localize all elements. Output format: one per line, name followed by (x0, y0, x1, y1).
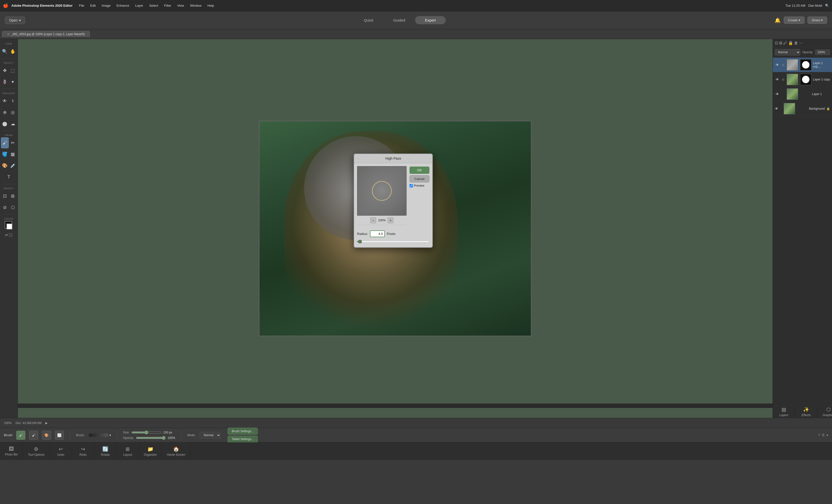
menu-filter[interactable]: Filter (162, 3, 174, 8)
sponge-tool[interactable]: ⬤ (1, 118, 9, 129)
gradient-tool[interactable]: ▦ (9, 149, 17, 160)
canvas-area[interactable]: High Pass − 100% + (18, 39, 773, 418)
menu-edit[interactable]: Edit (88, 3, 98, 8)
menu-image[interactable]: Image (99, 3, 113, 8)
brush-normal-mode[interactable]: 🖌 (16, 431, 25, 440)
tab-quick[interactable]: Quick (354, 16, 383, 24)
tab-expert[interactable]: Expert (415, 16, 445, 24)
default-colors-icon[interactable]: ⬛ (8, 233, 12, 237)
panel-icon-5[interactable]: 🗑 (794, 41, 798, 45)
panel-icon-6[interactable]: ⋯ (799, 41, 803, 45)
menu-layer[interactable]: Layer (133, 3, 146, 8)
tab-layout[interactable]: ⊞ Layout (116, 442, 139, 460)
brush-erase-mode[interactable]: ⬜ (55, 431, 64, 440)
zoom-out-button[interactable]: − (370, 217, 376, 223)
swap-colors-icon[interactable]: ⇄ (5, 233, 8, 237)
bell-icon[interactable]: 🔔 (775, 17, 781, 23)
mode-select-tool[interactable]: Normal (200, 432, 220, 439)
menu-window[interactable]: Window (187, 3, 204, 8)
visibility-icon-2[interactable]: 👁 (775, 92, 780, 96)
tab-organizer[interactable]: 📁 Organizer (139, 442, 162, 460)
tab-effects[interactable]: ✨ Effects (795, 405, 817, 418)
paint-bucket-tool[interactable]: 🪣 (1, 149, 9, 160)
healing-tool[interactable]: ⚕ (9, 96, 17, 106)
brush-dropdown-icon[interactable]: ▾ (109, 433, 111, 437)
blur-tool[interactable]: ◎ (9, 107, 17, 118)
opacity-input[interactable] (815, 50, 830, 55)
size-slider[interactable] (131, 430, 161, 434)
smudge-tool[interactable]: ☁ (9, 118, 17, 129)
radius-slider[interactable] (357, 240, 430, 244)
lasso-tool[interactable]: 🪢 (1, 77, 9, 87)
zoom-in-button[interactable]: + (388, 217, 393, 223)
layer-item-1[interactable]: 👁 ⛓ Layer 1 copy (773, 72, 832, 87)
crop-tool[interactable]: ⊡ (1, 191, 9, 202)
eyedropper-tool[interactable]: 💉 (9, 160, 17, 171)
pencil-tool[interactable]: ✏ (9, 137, 17, 148)
horizontal-scrollbar[interactable] (18, 403, 773, 408)
help-icon[interactable]: ? (818, 433, 820, 437)
tab-guided[interactable]: Guided (383, 16, 415, 24)
brush-impressionist-mode[interactable]: 🖌 (29, 431, 38, 440)
brush-settings-button[interactable]: Brush Settings... (228, 428, 258, 435)
menu-file[interactable]: File (77, 3, 87, 8)
clone-tool[interactable]: ⊕ (1, 107, 9, 118)
panel-icon-4[interactable]: 🔒 (788, 41, 793, 45)
brush-paint-mode[interactable]: 🎨 (42, 431, 51, 440)
tab-rotate[interactable]: 🔄 Rotate (94, 442, 116, 460)
recompose-tool[interactable]: ⊞ (9, 191, 17, 202)
panel-icon-3[interactable]: 🖊 (783, 41, 787, 45)
straighten-tool[interactable]: ⊘ (1, 202, 9, 213)
panel-icon-1[interactable]: ⊡ (775, 41, 778, 45)
panel-expand-icon[interactable]: ▾ (827, 433, 828, 437)
menu-help[interactable]: Help (205, 3, 217, 8)
blend-mode-select[interactable]: Normal (775, 49, 800, 55)
ok-button[interactable]: OK (410, 167, 430, 174)
opacity-slider[interactable] (136, 436, 166, 440)
visibility-icon-0[interactable]: 👁 (775, 63, 780, 67)
tab-tool-options[interactable]: ⚙ Tool Options (23, 442, 50, 460)
high-pass-dialog[interactable]: High Pass − 100% + (354, 154, 433, 248)
tab-close-icon[interactable]: × (7, 32, 9, 36)
tab-photo-bin[interactable]: 🖼 Photo Bin (0, 442, 23, 460)
marquee-tool[interactable]: ⬚ (9, 65, 17, 76)
open-button[interactable]: Open ▾ (5, 17, 25, 24)
cancel-button[interactable]: Cancel (410, 175, 430, 182)
panel-menu-icon[interactable]: ☰ (822, 433, 825, 437)
tab-layers[interactable]: ▤ Layers (773, 405, 795, 418)
create-button[interactable]: Create ▾ (784, 17, 805, 24)
brush-tool[interactable]: 🖌 (1, 137, 9, 148)
search-icon[interactable]: 🔍 (825, 4, 829, 7)
background-color-swatch[interactable] (6, 223, 12, 230)
move-tool[interactable]: ✥ (1, 65, 9, 76)
tab-graphics[interactable]: ⬡ Graphics (817, 405, 832, 418)
layer-item-0[interactable]: 👁 ⛓ Layer 1 cop... (773, 58, 832, 72)
layer-item-3[interactable]: 👁 Background 🔒 (773, 102, 832, 116)
document-canvas[interactable]: High Pass − 100% + (259, 121, 531, 336)
tab-undo[interactable]: ↩ Undo (50, 442, 72, 460)
radius-input[interactable] (370, 231, 385, 237)
expand-icon[interactable]: ▶ (45, 421, 48, 425)
tab-home-screen[interactable]: 🏠 Home Screen (162, 442, 190, 460)
zoom-tool[interactable]: 🔍 (1, 46, 9, 57)
shape-tool[interactable]: ⬡ (9, 202, 17, 213)
preview-checkbox[interactable] (410, 184, 413, 187)
eye-tool[interactable]: 👁 (1, 96, 9, 106)
dialog-preview[interactable] (357, 166, 407, 216)
magic-wand-tool[interactable]: ✦ (9, 77, 17, 87)
text-tool[interactable]: T (3, 171, 15, 182)
visibility-icon-1[interactable]: 👁 (775, 78, 780, 81)
panel-icon-2[interactable]: ⊞ (779, 41, 782, 45)
hand-tool[interactable]: ✋ (9, 46, 17, 57)
menu-view[interactable]: View (175, 3, 186, 8)
tab-redo[interactable]: ↪ Redo (72, 442, 94, 460)
visibility-icon-3[interactable]: 👁 (775, 107, 778, 111)
document-tab[interactable]: × _MG_4933.jpg @ 100% (Layer 1 copy 2, L… (2, 31, 90, 37)
preview-checkbox-row[interactable]: Preview (410, 184, 430, 187)
color-replace-tool[interactable]: 🎨 (1, 160, 9, 171)
tablet-settings-button[interactable]: Tablet Settings... (228, 436, 258, 443)
share-button[interactable]: Share ▾ (807, 17, 827, 24)
layer-item-2[interactable]: 👁 Layer 1 (773, 87, 832, 102)
menu-select[interactable]: Select (147, 3, 160, 8)
menu-enhance[interactable]: Enhance (114, 3, 132, 8)
